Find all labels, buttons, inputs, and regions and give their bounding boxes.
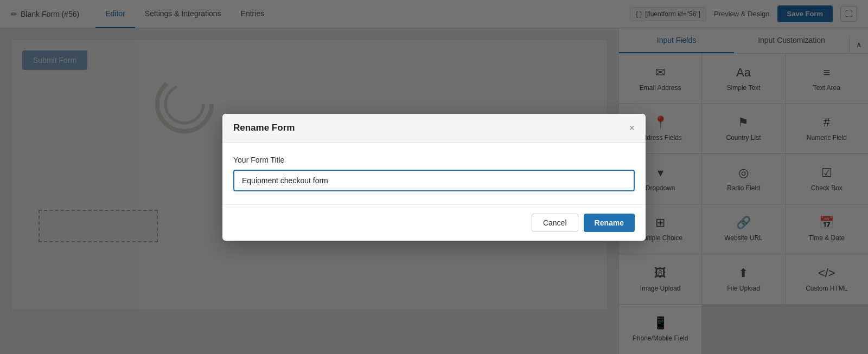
cancel-button[interactable]: Cancel (532, 214, 578, 232)
close-button[interactable]: × (629, 123, 635, 133)
modal-body: Your Form Title (222, 143, 646, 204)
modal-header: Rename Form × (222, 114, 646, 143)
modal-title: Rename Form (233, 123, 295, 133)
form-title-label: Your Form Title (233, 156, 635, 164)
form-title-input[interactable] (233, 170, 635, 191)
modal-footer: Cancel Rename (222, 204, 646, 241)
rename-form-modal: Rename Form × Your Form Title Cancel Ren… (222, 114, 646, 241)
modal-overlay[interactable]: Rename Form × Your Form Title Cancel Ren… (0, 0, 868, 354)
rename-button[interactable]: Rename (584, 214, 635, 232)
